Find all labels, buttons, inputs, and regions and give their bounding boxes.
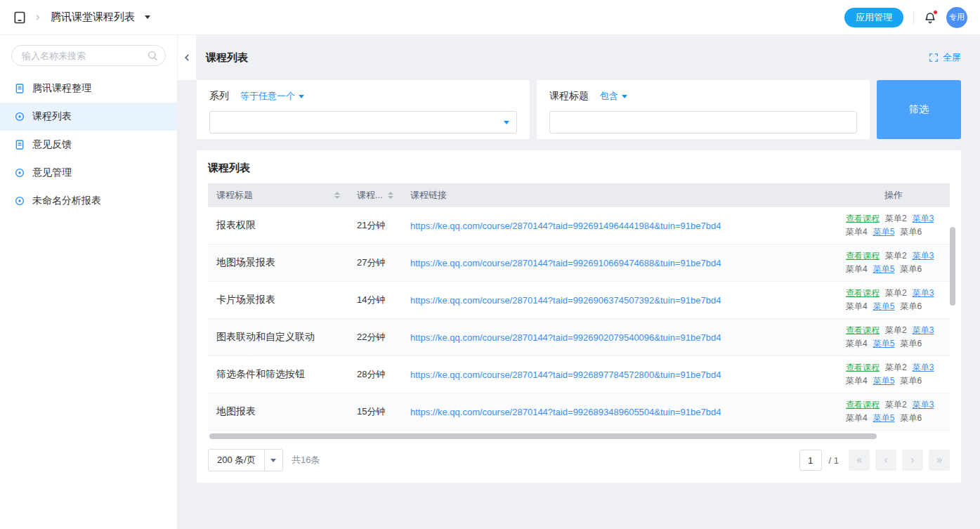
action-link[interactable]: 菜单2: [885, 287, 907, 299]
notification-bell-icon[interactable]: [924, 11, 936, 24]
pagination: 200 条/页 共16条 / 1 « ‹ › »: [208, 449, 950, 471]
series-operator-value: 等于任意一个: [240, 90, 295, 103]
page-size-select[interactable]: 200 条/页: [208, 449, 283, 471]
doc-icon: [14, 83, 25, 94]
course-link-cell: https://ke.qq.com/course/2870144?taid=99…: [402, 215, 837, 237]
action-link[interactable]: 查看课程: [846, 287, 880, 299]
course-duration-cell: 15分钟: [348, 400, 402, 424]
course-duration-cell: 21分钟: [348, 214, 402, 237]
sort-icon[interactable]: [388, 192, 393, 199]
page-size-value: 200 条/页: [209, 450, 264, 471]
sidebar-item[interactable]: 腾讯课程整理: [0, 74, 177, 103]
course-link[interactable]: https://ke.qq.com/course/2870144?taid=99…: [410, 332, 721, 343]
course-duration-cell: 27分钟: [348, 251, 402, 275]
action-link[interactable]: 菜单3: [913, 250, 934, 262]
action-link[interactable]: 菜单3: [913, 362, 934, 374]
column-header-course-duration[interactable]: 课程...: [348, 183, 402, 207]
prev-page-button[interactable]: ‹: [875, 450, 896, 471]
course-link[interactable]: https://ke.qq.com/course/2870144?taid=99…: [410, 407, 721, 417]
action-link[interactable]: 菜单3: [913, 325, 934, 337]
action-link[interactable]: 查看课程: [846, 213, 880, 225]
sidebar-item[interactable]: 意见反馈: [0, 131, 177, 159]
next-page-button[interactable]: ›: [902, 450, 923, 471]
action-link[interactable]: 菜单5: [873, 338, 895, 350]
course-link[interactable]: https://ke.qq.com/course/2870144?taid=99…: [410, 295, 721, 306]
action-link[interactable]: 菜单3: [913, 399, 934, 411]
search-input[interactable]: [11, 45, 166, 66]
fullscreen-label: 全屏: [943, 51, 961, 64]
column-label: 课程链接: [410, 189, 447, 202]
app-window-icon[interactable]: [13, 11, 27, 25]
column-label: 课程标题: [216, 189, 253, 202]
topbar: 腾讯课堂课程列表 应用管理 专用: [0, 0, 980, 35]
action-link[interactable]: 菜单2: [885, 250, 907, 262]
action-link[interactable]: 菜单4: [846, 412, 868, 424]
course-link[interactable]: https://ke.qq.com/course/2870144?taid=99…: [410, 370, 721, 380]
fullscreen-icon: [929, 53, 939, 63]
table-card-title: 课程列表: [208, 162, 950, 175]
action-link[interactable]: 菜单4: [846, 226, 868, 238]
action-link[interactable]: 菜单6: [900, 375, 922, 387]
series-value-select[interactable]: [209, 111, 517, 133]
sidebar-item[interactable]: 课程列表: [0, 103, 177, 131]
action-link[interactable]: 菜单2: [885, 213, 907, 225]
action-link[interactable]: 菜单5: [873, 226, 895, 238]
title-operator-dropdown[interactable]: 包含: [600, 90, 627, 103]
column-label: 课程...: [357, 189, 383, 202]
course-link[interactable]: https://ke.qq.com/course/2870144?taid=99…: [410, 221, 721, 231]
action-link[interactable]: 查看课程: [846, 250, 880, 262]
action-link[interactable]: 菜单5: [873, 412, 895, 424]
action-link[interactable]: 菜单3: [913, 287, 934, 299]
column-header-course-title[interactable]: 课程标题: [208, 183, 348, 207]
horizontal-scrollbar-thumb[interactable]: [209, 433, 877, 439]
course-link[interactable]: https://ke.qq.com/course/2870144?taid=99…: [410, 258, 721, 268]
course-title-cell: 报表权限: [208, 214, 348, 237]
title-filter-input[interactable]: [549, 111, 857, 133]
action-link[interactable]: 菜单4: [846, 338, 868, 350]
chevron-down-icon[interactable]: [145, 15, 150, 19]
target-icon: [14, 111, 25, 122]
action-link[interactable]: 菜单6: [900, 301, 922, 313]
action-link[interactable]: 菜单2: [885, 362, 907, 374]
action-link[interactable]: 菜单2: [885, 325, 907, 337]
series-operator-dropdown[interactable]: 等于任意一个: [240, 90, 304, 103]
doc-icon: [14, 139, 25, 150]
action-link[interactable]: 菜单3: [913, 213, 934, 225]
page-number-input[interactable]: [799, 450, 822, 471]
action-link[interactable]: 查看课程: [846, 325, 880, 337]
back-button[interactable]: [178, 35, 196, 80]
course-actions-cell: 查看课程菜单2菜单3菜单4菜单5菜单6: [837, 244, 950, 281]
action-link[interactable]: 菜单4: [846, 263, 868, 275]
table-row: 报表权限21分钟https://ke.qq.com/course/2870144…: [208, 207, 950, 244]
course-link-cell: https://ke.qq.com/course/2870144?taid=99…: [402, 289, 837, 311]
table-body: 报表权限21分钟https://ke.qq.com/course/2870144…: [208, 207, 950, 431]
breadcrumb-title[interactable]: 腾讯课堂课程列表: [51, 11, 135, 24]
filter-card-title: 课程标题 包含: [537, 80, 870, 139]
sidebar-menu: 腾讯课程整理课程列表意见反馈意见管理未命名分析报表: [0, 74, 177, 215]
fullscreen-button[interactable]: 全屏: [929, 51, 961, 64]
action-link[interactable]: 菜单6: [900, 412, 922, 424]
filter-submit-button[interactable]: 筛选: [877, 80, 961, 139]
first-page-button[interactable]: «: [849, 450, 870, 471]
vertical-scrollbar-thumb[interactable]: [950, 227, 955, 306]
sort-icon[interactable]: [334, 192, 340, 199]
target-icon: [14, 195, 25, 207]
app-manage-button[interactable]: 应用管理: [844, 8, 903, 27]
action-link[interactable]: 菜单6: [900, 226, 922, 238]
action-link[interactable]: 菜单4: [846, 301, 868, 313]
action-link[interactable]: 菜单5: [873, 301, 895, 313]
avatar[interactable]: 专用: [946, 7, 967, 28]
action-link[interactable]: 菜单6: [900, 338, 922, 350]
action-link[interactable]: 查看课程: [846, 399, 880, 411]
sidebar-item[interactable]: 意见管理: [0, 159, 177, 187]
action-link[interactable]: 查看课程: [846, 362, 880, 374]
sidebar-item[interactable]: 未命名分析报表: [0, 187, 177, 215]
action-link[interactable]: 菜单6: [900, 263, 922, 275]
action-link[interactable]: 菜单5: [873, 375, 895, 387]
action-link[interactable]: 菜单5: [873, 263, 895, 275]
sidebar: 腾讯课程整理课程列表意见反馈意见管理未命名分析报表: [0, 35, 178, 529]
last-page-button[interactable]: »: [929, 450, 950, 471]
series-filter-label: 系列: [209, 90, 229, 103]
action-link[interactable]: 菜单2: [885, 399, 907, 411]
action-link[interactable]: 菜单4: [846, 375, 868, 387]
